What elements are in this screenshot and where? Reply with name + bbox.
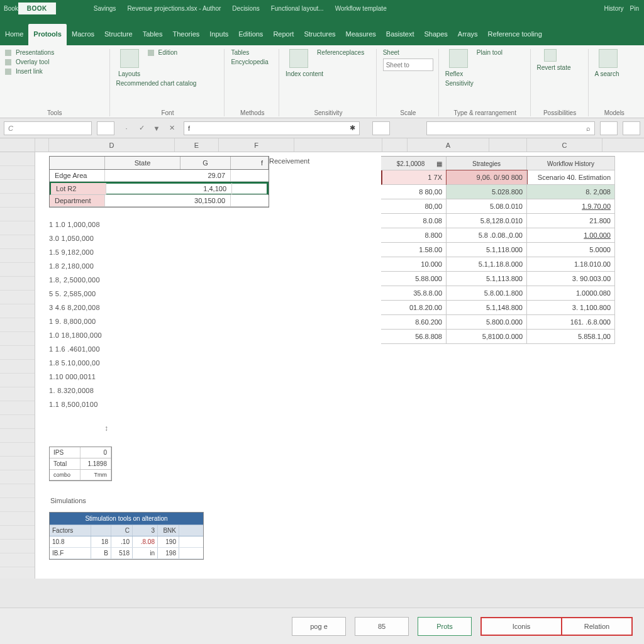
loose-value[interactable]: 3 4.6 8,200,008	[49, 301, 125, 314]
column-header[interactable]: F	[219, 138, 294, 152]
ribbon-item[interactable]: Overlay tool	[5, 58, 104, 65]
ribbon-item[interactable]: Index content	[286, 70, 371, 77]
loose-numbers-column[interactable]: 1 1.0 1,000,0083.0 1,050,0001.5 9,182,00…	[49, 218, 125, 411]
ribbon-tab[interactable]: Measures	[341, 24, 381, 45]
row-header[interactable]	[0, 526, 35, 540]
row-header[interactable]	[0, 470, 35, 484]
ribbon-item[interactable]: Revert state	[537, 64, 571, 71]
table-row[interactable]: 35.8.8.005.8.00.1.8001.0000.080	[381, 286, 615, 301]
table-row[interactable]: IPS 0	[50, 447, 111, 458]
column-header[interactable]	[489, 138, 527, 152]
ribbon-item[interactable]: A search	[595, 70, 619, 77]
row-header[interactable]	[0, 263, 35, 277]
loose-value[interactable]: 1.1 8,500,0100	[49, 397, 125, 411]
title-history[interactable]: History	[604, 5, 623, 12]
ribbon-item[interactable]: Insert link	[5, 68, 104, 75]
ribbon-item[interactable]	[286, 49, 312, 68]
ribbon-tab[interactable]: Tables	[138, 24, 168, 45]
ribbon-item[interactable]: Encyclopedia	[231, 58, 274, 65]
table-row[interactable]: Total 1.1898	[50, 458, 111, 470]
footer-button-iconis[interactable]: Iconis	[480, 617, 562, 636]
scale-input[interactable]	[383, 58, 433, 71]
table-row[interactable]: 8.0.085.8,128.0.01021.800	[381, 214, 615, 228]
table-header[interactable]: f	[231, 157, 269, 169]
column-header[interactable]: D	[49, 138, 175, 152]
row-header[interactable]	[0, 180, 35, 194]
table-row[interactable]: 56.8.8085,8100.0.0005.858.1,00	[381, 330, 615, 344]
row-header[interactable]	[0, 318, 35, 332]
fx-cancel-icon[interactable]: ✕	[167, 124, 176, 132]
ribbon-tab[interactable]: Report	[268, 24, 299, 45]
title-crumb[interactable]: Decisions	[232, 5, 259, 12]
ribbon-tab[interactable]: Theories	[167, 24, 204, 45]
loose-value[interactable]: 1 1.0 1,000,008	[49, 218, 125, 231]
ribbon-item[interactable]: Sheet	[383, 49, 399, 56]
table-header[interactable]: BNK	[158, 525, 179, 536]
table-row[interactable]: 1 7X9,06. 0/.90 800Scenario 40. Estimati…	[381, 170, 615, 185]
row-header[interactable]	[0, 512, 35, 526]
table-header[interactable]: C	[111, 525, 133, 536]
row-header[interactable]	[0, 540, 35, 553]
row-header[interactable]	[0, 387, 35, 401]
row-header[interactable]	[0, 208, 35, 221]
title-pin[interactable]: Pin	[630, 5, 639, 12]
table-row[interactable]: 10.0005.1,1.18.8.0001.18.010.00	[381, 257, 615, 272]
ribbon-tab[interactable]: Structure	[99, 24, 138, 45]
ribbon-item[interactable]: Presentations	[5, 49, 54, 56]
loose-value[interactable]: 1.0 18,1800,000	[49, 328, 125, 342]
ribbon-tab[interactable]: Arrays	[453, 24, 483, 45]
ribbon-item[interactable]: Sensitivity	[445, 80, 525, 87]
table-header[interactable]: Workflow History	[527, 156, 615, 170]
fx-dot-icon[interactable]: ·	[122, 125, 131, 132]
table-header[interactable]	[91, 525, 111, 536]
title-crumb[interactable]: Revenue projections.xlsx - Author	[127, 5, 221, 12]
search-box[interactable]: ⌕	[426, 121, 595, 135]
ribbon-tab[interactable]: Structures	[299, 24, 340, 45]
row-header[interactable]	[0, 152, 35, 166]
row-headers[interactable]	[0, 152, 35, 579]
column-header[interactable]	[0, 138, 35, 152]
ribbon-item[interactable]: Reflex	[445, 70, 463, 77]
row-header[interactable]	[0, 277, 35, 291]
ribbon-item[interactable]: Edition	[148, 49, 178, 56]
row-header[interactable]	[0, 304, 35, 318]
column-header[interactable]: C	[527, 138, 602, 152]
sheet[interactable]: State G f Edge Area 29.07 Lot R2 1,4,100…	[35, 152, 644, 579]
ribbon-item[interactable]: Recommended chart catalog	[116, 80, 219, 87]
row-header[interactable]	[0, 249, 35, 263]
ribbon-item[interactable]	[445, 49, 472, 68]
table-row[interactable]: 01.8.20.005.1,148.8003. 1,100.800	[381, 301, 615, 315]
row-header[interactable]	[0, 360, 35, 374]
loose-value[interactable]: 1 1.6 .4601,000	[49, 342, 125, 356]
column-headers[interactable]: DEFAC	[0, 138, 644, 152]
column-header[interactable]: E	[175, 138, 219, 152]
loose-value[interactable]: 1.8 5.10,000,00	[49, 356, 125, 370]
loose-value[interactable]: 3.0 1,050,000	[49, 231, 125, 245]
table-row[interactable]: 8 80,005.028.8008. 2,008	[381, 185, 615, 199]
ribbon-item[interactable]	[595, 49, 621, 68]
table-header[interactable]: Strategies	[447, 156, 527, 170]
row-header[interactable]	[0, 374, 35, 387]
resize-handle-icon[interactable]: ↕	[104, 424, 108, 433]
table-row[interactable]: 8.8005.8 .0.08.,0.001.00,000	[381, 228, 615, 243]
loose-value[interactable]: 1 9. 8,800,000	[49, 314, 125, 328]
ribbon-item[interactable]: Layouts	[116, 49, 143, 77]
row-header[interactable]	[0, 457, 35, 470]
ribbon-tab-home[interactable]: Home	[0, 24, 28, 45]
title-crumb[interactable]: Workflow template	[335, 5, 387, 12]
row-header[interactable]	[0, 443, 35, 457]
loose-value[interactable]: 1.8 2,180,000	[49, 259, 125, 273]
column-header[interactable]	[294, 138, 382, 152]
footer-button-1[interactable]: pog e	[292, 617, 346, 636]
footer-button-relation[interactable]: Relation	[562, 617, 633, 636]
row-header[interactable]	[0, 291, 35, 304]
row-header[interactable]	[0, 332, 35, 346]
ribbon-item[interactable]: Tables	[231, 49, 249, 56]
ribbon-item[interactable]: Plain tool	[477, 49, 502, 56]
loose-value[interactable]: 1.10 000,0011	[49, 370, 125, 384]
ribbon-tab[interactable]: Basistext	[381, 24, 419, 45]
table-header[interactable]: Factors	[50, 525, 91, 536]
table-row[interactable]: 5.88.0005.1,113.8003. 90.003.00	[381, 272, 615, 286]
column-header[interactable]: A	[408, 138, 489, 152]
name-box[interactable]: C	[4, 121, 92, 135]
